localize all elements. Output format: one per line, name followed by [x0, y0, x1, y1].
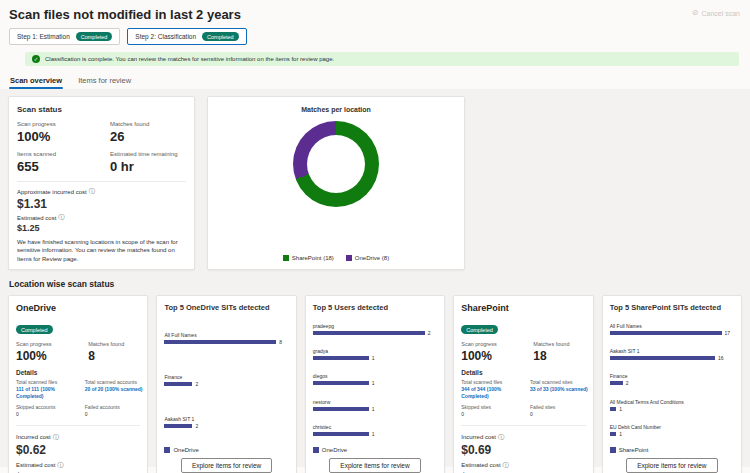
- onedrive-status-badge: Completed: [16, 325, 53, 334]
- incurred-cost-value: $1.31: [17, 197, 186, 211]
- onedrive-matches-found: Matches found 8: [88, 341, 140, 363]
- legend-onedrive: OneDrive (8): [346, 255, 389, 261]
- top-users-bars: pradeepg 2 gradya 1 diegos 1 nestorw 1 c…: [313, 315, 437, 443]
- sharepoint-incurred-value: $0.69: [461, 443, 585, 457]
- bar-row: Aakash SIT 1 16: [610, 348, 734, 361]
- onedrive-failed-accounts: Failed accounts 0: [85, 404, 145, 418]
- bar: [313, 432, 369, 436]
- legend-swatch: [313, 447, 319, 453]
- cancel-scan-button[interactable]: ⊘ Cancel scan: [692, 9, 740, 17]
- metric-scan-progress: Scan progress 100%: [17, 121, 110, 144]
- onedrive-scan-progress: Scan progress 100%: [16, 341, 88, 363]
- bar: [610, 407, 617, 411]
- step-2-classification[interactable]: Step 2: Classification Completed: [127, 28, 246, 45]
- matches-per-location-card: Matches per location SharePoint (18) One…: [207, 96, 465, 270]
- bar-row: diegos 1: [313, 373, 437, 386]
- success-check-icon: ✓: [32, 55, 40, 63]
- onedrive-total-files: Total scanned files 111 of 111 (100% Com…: [16, 379, 81, 399]
- bar: [610, 432, 617, 436]
- onedrive-incurred-value: $0.62: [16, 443, 140, 457]
- donut-chart-title: Matches per location: [301, 106, 371, 113]
- onedrive-swatch: [346, 255, 352, 261]
- sharepoint-estimated-label: Estimated cost ⓘ: [461, 461, 585, 470]
- onedrive-sits-bars: All Full Names 8 Finance 2 Aakash SIT 1 …: [164, 315, 288, 443]
- matches-donut: [293, 121, 379, 207]
- metric-time-remaining: Estimated time remaining 0 hr: [110, 151, 186, 174]
- bar-row: christiec 1: [313, 424, 437, 437]
- sharepoint-swatch: [283, 255, 289, 261]
- chart-legend: OneDrive: [313, 447, 437, 453]
- bar-row: Finance 2: [164, 374, 288, 387]
- location-section-title: Location wise scan status: [9, 279, 741, 289]
- onedrive-sits-chart-card: Top 5 OneDrive SITs detected All Full Na…: [156, 295, 296, 473]
- sharepoint-sits-chart-card: Top 5 SharePoint SITs detected All Full …: [602, 295, 742, 473]
- sharepoint-sits-bars: All Full Names 17 Aakash SIT 1 16 Financ…: [610, 315, 734, 443]
- sharepoint-scan-progress: Scan progress 100%: [461, 341, 533, 363]
- legend-swatch: [610, 447, 616, 453]
- bar-row: EU Debit Card Number 1: [610, 424, 734, 437]
- onedrive-details-label: Details: [16, 369, 140, 376]
- divider: [17, 181, 186, 182]
- bar: [313, 331, 425, 335]
- bar: [164, 340, 276, 344]
- sharepoint-sits-chart-title: Top 5 SharePoint SITs detected: [610, 303, 734, 312]
- onedrive-status-card: OneDrive Completed Scan progress 100% Ma…: [8, 295, 148, 473]
- bar-row: Finance 2: [610, 373, 734, 386]
- info-icon[interactable]: ⓘ: [89, 187, 95, 196]
- step-1-status-badge: Completed: [76, 32, 113, 41]
- metric-items-scanned: Items scanned 655: [17, 151, 110, 174]
- chart-legend: OneDrive: [164, 447, 288, 453]
- info-icon[interactable]: ⓘ: [498, 433, 504, 442]
- tab-items-for-review[interactable]: Items for review: [77, 74, 132, 89]
- tab-bar: Scan overview Items for review: [9, 74, 750, 89]
- info-icon[interactable]: ⓘ: [57, 461, 63, 470]
- sharepoint-details-label: Details: [461, 369, 585, 376]
- legend-swatch: [164, 447, 170, 453]
- incurred-cost-label: Approximate incurred cost ⓘ: [17, 187, 186, 196]
- sharepoint-card-title: SharePoint: [461, 303, 585, 313]
- step-1-label: Step 1: Estimation: [17, 33, 70, 40]
- step-2-status-badge: Completed: [202, 32, 239, 41]
- scan-status-title: Scan status: [17, 105, 186, 114]
- sharepoint-total-sites: Total scanned sites 33 of 33 (100% scann…: [530, 379, 590, 399]
- scan-status-card: Scan status Scan progress 100% Matches f…: [8, 96, 195, 270]
- top-bar: Scan files not modified in last 2 years …: [0, 0, 750, 24]
- onedrive-sits-chart-title: Top 5 OneDrive SITs detected: [164, 303, 288, 312]
- explore-items-button[interactable]: Explore items for review: [181, 458, 272, 473]
- metric-matches-found: Matches found 26: [110, 121, 186, 144]
- info-icon[interactable]: ⓘ: [58, 213, 64, 222]
- sharepoint-files-link[interactable]: 344 of 344 (100% Completed): [461, 386, 526, 399]
- bar-row: All Full Names 17: [610, 323, 734, 336]
- scan-finished-note: We have finished scanning locations in s…: [17, 238, 186, 263]
- step-1-estimation[interactable]: Step 1: Estimation Completed: [9, 28, 120, 45]
- onedrive-files-link[interactable]: 111 of 111 (100% Completed): [16, 386, 81, 399]
- donut-hole: [307, 135, 365, 193]
- bar-row: nestorw 1: [313, 399, 437, 412]
- info-icon[interactable]: ⓘ: [503, 461, 509, 470]
- bar-row: All Medical Terms And Conditions 1: [610, 399, 734, 412]
- bar: [610, 331, 722, 335]
- onedrive-accounts-link[interactable]: 20 of 20 (100% scanned): [85, 386, 145, 393]
- top-users-chart-title: Top 5 Users detected: [313, 303, 437, 312]
- sharepoint-sites-link[interactable]: 33 of 33 (100% scanned): [530, 386, 590, 393]
- explore-items-button[interactable]: Explore items for review: [329, 458, 420, 473]
- cancel-icon: ⊘: [692, 9, 699, 17]
- step-2-label: Step 2: Classification: [135, 33, 196, 40]
- tab-scan-overview[interactable]: Scan overview: [9, 74, 63, 89]
- page-title: Scan files not modified in last 2 years: [9, 7, 241, 22]
- sharepoint-total-files: Total scanned files 344 of 344 (100% Com…: [461, 379, 526, 399]
- main-content: Scan status Scan progress 100% Matches f…: [0, 89, 750, 467]
- banner-text: Classification is complete. You can revi…: [45, 56, 334, 62]
- classification-complete-banner: ✓ Classification is complete. You can re…: [25, 52, 739, 66]
- info-icon[interactable]: ⓘ: [53, 433, 59, 442]
- top-users-chart-card: Top 5 Users detected pradeepg 2 gradya 1…: [305, 295, 445, 473]
- estimated-cost-label: Estimated cost ⓘ: [17, 213, 186, 222]
- chart-legend: SharePoint: [610, 447, 734, 453]
- sharepoint-matches-found: Matches found 18: [533, 341, 585, 363]
- explore-items-button[interactable]: Explore items for review: [626, 458, 717, 473]
- step-chips: Step 1: Estimation Completed Step 2: Cla…: [9, 28, 750, 45]
- bar: [164, 424, 192, 428]
- bar: [313, 381, 369, 385]
- sharepoint-skipped-sites: Skipped sites 0: [461, 404, 526, 418]
- onedrive-estimated-label: Estimated cost ⓘ: [16, 461, 140, 470]
